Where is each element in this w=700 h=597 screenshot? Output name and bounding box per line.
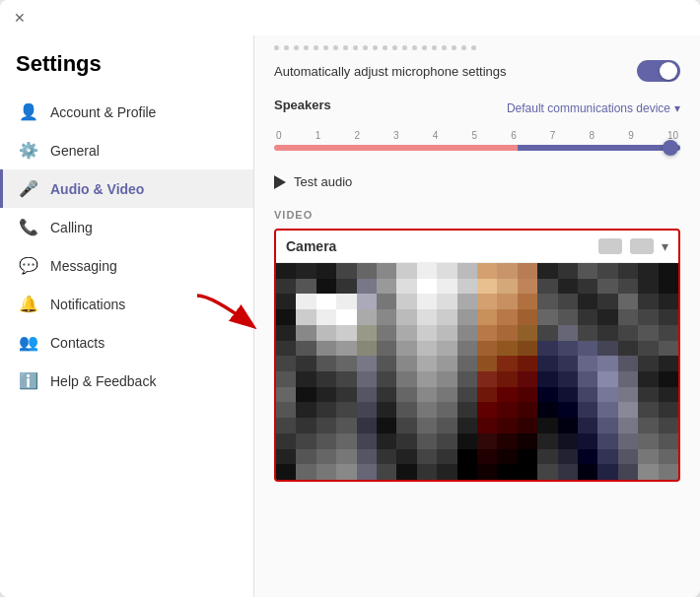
pixel-cell <box>578 309 597 325</box>
pixel-cell <box>336 433 356 449</box>
pixel-cell <box>316 464 336 480</box>
pixel-cell <box>659 449 678 465</box>
camera-btn-1[interactable] <box>598 238 622 254</box>
sidebar-item-messaging[interactable]: 💬 Messaging <box>0 246 253 285</box>
pixel-cell <box>618 433 638 449</box>
pixel-cell <box>457 294 477 309</box>
account-profile-icon: 👤 <box>19 102 38 121</box>
pixel-cell <box>558 263 578 279</box>
sidebar-item-label: General <box>50 143 100 159</box>
sidebar-item-help-feedback[interactable]: ℹ️ Help & Feedback <box>0 362 253 400</box>
pixel-cell <box>417 418 437 433</box>
pixel-cell <box>477 371 497 387</box>
pixel-cell <box>537 449 557 465</box>
pixel-cell <box>518 402 537 418</box>
pixel-cell <box>558 309 578 325</box>
help-feedback-icon: ℹ️ <box>19 371 38 390</box>
auto-adjust-toggle[interactable] <box>637 60 680 82</box>
sidebar-item-contacts[interactable]: 👥 Contacts <box>0 323 253 362</box>
pixel-cell <box>638 449 658 465</box>
pixel-cell <box>618 356 638 371</box>
pixel-cell <box>618 341 638 357</box>
sidebar-item-calling[interactable]: 📞 Calling <box>0 208 253 246</box>
pixel-cell <box>518 279 537 295</box>
auto-adjust-row: Automatically adjust microphone settings <box>274 60 680 82</box>
pixel-cell <box>457 309 477 325</box>
pixel-cell <box>357 402 377 418</box>
sidebar-item-notifications[interactable]: 🔔 Notifications <box>0 285 253 323</box>
pixel-cell <box>296 418 315 433</box>
pixel-cell <box>437 464 456 480</box>
pixel-cell <box>357 464 377 480</box>
camera-box: Camera ▾ <box>274 229 680 482</box>
pixel-cell <box>659 402 678 418</box>
pixel-cell <box>518 433 537 449</box>
pixel-cell <box>417 309 437 325</box>
pixel-cell <box>578 263 597 279</box>
pixel-cell <box>357 294 377 309</box>
pixel-cell <box>497 371 517 387</box>
pixel-cell <box>336 294 356 309</box>
pixel-cell <box>417 371 437 387</box>
pixel-cell <box>417 449 437 465</box>
pixel-cell <box>659 464 678 480</box>
pixel-cell <box>659 356 678 371</box>
pixel-cell <box>477 387 497 403</box>
camera-header: Camera ▾ <box>276 231 678 263</box>
pixel-cell <box>537 279 557 295</box>
pixel-cell <box>518 464 537 480</box>
pixel-cell <box>477 449 497 465</box>
pixel-cell <box>558 325 578 341</box>
pixel-cell <box>597 402 617 418</box>
pixel-cell <box>558 371 578 387</box>
pixel-cell <box>377 263 396 279</box>
sidebar-item-account-profile[interactable]: 👤 Account & Profile <box>0 93 253 131</box>
sidebar-item-label: Audio & Video <box>50 181 144 197</box>
pixel-cell <box>477 341 497 357</box>
dot <box>402 45 407 50</box>
pixel-cell <box>558 294 578 309</box>
volume-slider-track[interactable] <box>274 145 680 151</box>
pixel-cell <box>558 341 578 357</box>
sidebar-item-audio-video[interactable]: 🎤 Audio & Video <box>0 169 253 208</box>
pixel-cell <box>537 371 557 387</box>
pixel-cell <box>437 279 456 295</box>
camera-btn-2[interactable] <box>630 238 654 254</box>
pixel-cell <box>618 309 638 325</box>
sidebar-item-general[interactable]: ⚙️ General <box>0 131 253 169</box>
pixel-cell <box>597 449 617 465</box>
settings-content: Automatically adjust microphone settings… <box>254 60 700 501</box>
pixel-cell <box>336 279 356 295</box>
pixel-cell <box>659 387 678 403</box>
camera-dropdown-icon[interactable]: ▾ <box>662 238 668 254</box>
pixel-cell <box>558 433 578 449</box>
camera-label: Camera <box>286 238 336 254</box>
pixel-cell <box>437 309 456 325</box>
test-audio-button[interactable]: Test audio <box>274 166 680 197</box>
device-selector[interactable]: Default communications device ▾ <box>507 101 680 115</box>
pixel-cell <box>417 294 437 309</box>
pixel-cell <box>457 449 477 465</box>
pixel-cell <box>597 325 617 341</box>
pixel-cell <box>537 309 557 325</box>
sidebar-item-label: Help & Feedback <box>50 373 156 389</box>
pixel-cell <box>336 387 356 403</box>
sidebar-item-label: Account & Profile <box>50 104 156 120</box>
pixel-cell <box>558 418 578 433</box>
pixel-cell <box>316 294 336 309</box>
pixel-cell <box>597 433 617 449</box>
pixel-cell <box>296 279 315 295</box>
pixel-cell <box>537 418 557 433</box>
pixel-cell <box>396 325 416 341</box>
close-button[interactable]: ✕ <box>12 10 28 26</box>
pixel-cell <box>638 356 658 371</box>
pixel-cell <box>497 418 517 433</box>
pixel-cell <box>558 449 578 465</box>
pixel-cell <box>396 418 416 433</box>
pixel-cell <box>497 341 517 357</box>
pixel-cell <box>316 341 336 357</box>
pixel-cell <box>518 449 537 465</box>
pixel-cell <box>296 263 315 279</box>
pixel-cell <box>357 325 377 341</box>
camera-controls: ▾ <box>598 238 668 254</box>
